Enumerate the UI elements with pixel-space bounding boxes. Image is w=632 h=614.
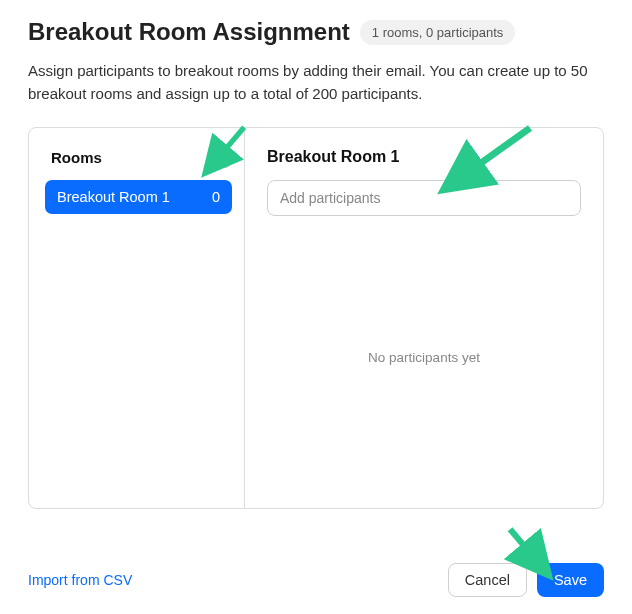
cancel-button[interactable]: Cancel (448, 563, 527, 597)
room-item-count: 0 (212, 189, 220, 205)
room-item-name: Breakout Room 1 (57, 189, 170, 205)
room-count-badge: 1 rooms, 0 participants (360, 20, 516, 45)
page-description: Assign participants to breakout rooms by… (28, 60, 604, 105)
room-detail-title: Breakout Room 1 (267, 148, 581, 166)
room-item[interactable]: Breakout Room 1 0 (45, 180, 232, 214)
room-detail-column: Breakout Room 1 No participants yet (245, 128, 603, 508)
rooms-column: Rooms + Breakout Room 1 0 (29, 128, 245, 508)
add-room-button[interactable]: + (208, 146, 230, 168)
save-button[interactable]: Save (537, 563, 604, 597)
assignment-panel: Rooms + Breakout Room 1 0 Breakout Room … (28, 127, 604, 509)
svg-line-2 (510, 529, 538, 562)
no-participants-message: No participants yet (267, 216, 581, 498)
rooms-header: Rooms (51, 149, 102, 166)
add-participants-input[interactable] (267, 180, 581, 216)
page-title: Breakout Room Assignment (28, 18, 350, 46)
import-csv-link[interactable]: Import from CSV (28, 572, 132, 588)
